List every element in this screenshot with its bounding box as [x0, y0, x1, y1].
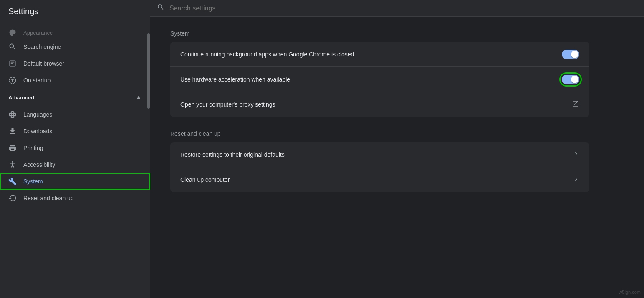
accessibility-icon [8, 160, 17, 169]
background-apps-label: Continue running background apps when Go… [180, 51, 562, 58]
downloads-label: Downloads [23, 128, 52, 135]
reset-label: Reset and clean up [23, 195, 74, 201]
background-apps-toggle[interactable] [562, 50, 579, 59]
cleanup-computer-row[interactable]: Clean up computer [170, 167, 589, 192]
background-apps-row: Continue running background apps when Go… [170, 42, 589, 67]
scrollbar-thumb[interactable] [147, 33, 150, 109]
hardware-acceleration-row: Use hardware acceleration when available [170, 67, 589, 92]
sidebar-item-reset[interactable]: Reset and clean up [0, 190, 150, 206]
advanced-section-header[interactable]: Advanced ▲ [0, 89, 150, 106]
cleanup-computer-label: Clean up computer [180, 176, 573, 183]
languages-icon [8, 110, 17, 119]
sidebar-item-downloads[interactable]: Downloads [0, 123, 150, 140]
watermark: w5ign.com [619, 290, 641, 295]
hardware-acceleration-toggle[interactable] [562, 75, 579, 84]
sidebar-item-accessibility[interactable]: Accessibility [0, 156, 150, 173]
search-engine-label: Search engine [23, 43, 61, 50]
reset-settings-card: Restore settings to their original defau… [170, 142, 589, 192]
advanced-section-label: Advanced [8, 94, 34, 101]
external-link-icon [572, 100, 579, 110]
topbar [150, 0, 644, 17]
reset-section-title: Reset and clean up [170, 130, 589, 137]
hardware-acceleration-action [562, 75, 579, 84]
on-startup-icon [8, 76, 17, 84]
reset-icon [8, 194, 17, 202]
accessibility-label: Accessibility [23, 161, 55, 168]
default-browser-label: Default browser [23, 60, 64, 67]
cleanup-computer-chevron-icon [573, 176, 579, 184]
search-engine-icon [8, 43, 17, 51]
search-icon [157, 3, 164, 13]
default-browser-icon [8, 59, 17, 68]
content-area: System Continue running background apps … [150, 17, 609, 219]
sidebar-item-languages[interactable]: Languages [0, 106, 150, 123]
scrollbar-track[interactable] [147, 0, 150, 298]
sidebar-item-search-engine[interactable]: Search engine [0, 38, 150, 55]
proxy-settings-row[interactable]: Open your computer's proxy settings [170, 92, 589, 117]
sidebar-item-printing[interactable]: Printing [0, 140, 150, 156]
appearance-label: Appearance [23, 30, 53, 36]
on-startup-label: On startup [23, 77, 51, 84]
main-content: System Continue running background apps … [150, 0, 644, 298]
sidebar-item-on-startup[interactable]: On startup [0, 72, 150, 89]
sidebar: Settings Appearance Search engine Defaul… [0, 0, 150, 298]
sidebar-item-default-browser[interactable]: Default browser [0, 55, 150, 72]
system-label: System [23, 178, 43, 185]
restore-defaults-action [573, 150, 579, 158]
restore-defaults-chevron-icon [573, 150, 579, 158]
sidebar-item-system[interactable]: System [0, 173, 150, 190]
printing-icon [8, 144, 17, 152]
search-input[interactable] [169, 5, 637, 12]
system-settings-card: Continue running background apps when Go… [170, 42, 589, 117]
system-section-title: System [170, 30, 589, 37]
system-icon [8, 177, 17, 186]
restore-defaults-label: Restore settings to their original defau… [180, 151, 573, 158]
sidebar-item-appearance[interactable]: Appearance [0, 27, 150, 38]
svg-point-2 [12, 161, 13, 163]
sidebar-title: Settings [0, 0, 150, 23]
background-apps-action [562, 50, 579, 59]
downloads-icon [8, 127, 17, 135]
languages-label: Languages [23, 111, 52, 118]
svg-rect-1 [11, 63, 13, 64]
hardware-acceleration-label: Use hardware acceleration when available [180, 76, 562, 83]
printing-label: Printing [23, 145, 43, 151]
proxy-settings-action [572, 100, 579, 110]
collapse-icon: ▲ [135, 94, 142, 101]
svg-rect-0 [11, 62, 14, 63]
appearance-icon [8, 28, 17, 37]
proxy-settings-label: Open your computer's proxy settings [180, 101, 572, 108]
sidebar-nav: Appearance Search engine Default browser… [0, 23, 150, 298]
restore-defaults-row[interactable]: Restore settings to their original defau… [170, 142, 589, 167]
cleanup-computer-action [573, 176, 579, 184]
